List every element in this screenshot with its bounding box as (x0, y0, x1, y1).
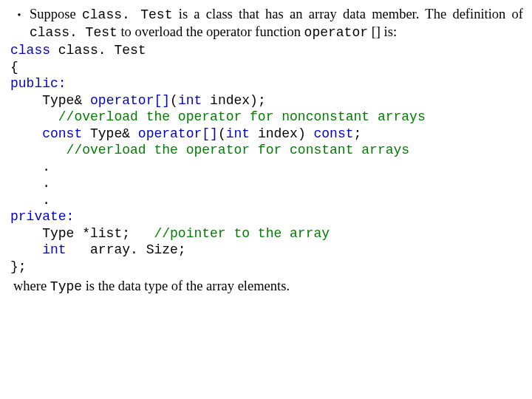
code-text: ( (218, 126, 226, 141)
text-seg: to overload the operator function (117, 24, 304, 39)
code-text: Type *list; (10, 226, 154, 241)
inline-code: Type (50, 279, 82, 294)
code-text: ( (170, 93, 178, 108)
comment: //overload the operator for constant arr… (10, 143, 409, 157)
text-seg: Suppose (30, 7, 82, 21)
code-text: array. Size; (66, 242, 186, 257)
text-seg: is a class that has an array data member… (172, 7, 523, 21)
code-text: Type& (10, 93, 90, 108)
kw-private: private: (10, 209, 74, 224)
kw-public: public: (10, 76, 66, 91)
code-text: index) (250, 126, 313, 141)
comment: //pointer to the array (154, 226, 330, 241)
code-text: Type& (82, 126, 138, 141)
kw-const: const (10, 126, 82, 141)
code-text: . (10, 193, 50, 208)
bullet-item: • Suppose class. Test is a class that ha… (9, 6, 523, 41)
footer-text: where Type is the data type of the array… (13, 278, 523, 296)
kw-class: class (10, 43, 50, 58)
code-text: }; (10, 259, 27, 274)
inline-code: class. Test (30, 25, 117, 40)
inline-code: class. Test (82, 7, 172, 22)
inline-code: operator (304, 25, 368, 40)
code-text: ; (354, 126, 362, 141)
kw-operator: operator[] (138, 126, 218, 141)
comment: //overload the operator for nonconstant … (10, 109, 426, 124)
code-text: . (10, 160, 50, 174)
code-text: class. Test (50, 43, 146, 58)
kw-int: int (178, 93, 202, 108)
code-text: { (10, 60, 18, 75)
code-block: class class. Test { public: Type& operat… (10, 42, 523, 275)
code-text: index); (202, 93, 265, 108)
text-seg: [] is: (368, 24, 397, 39)
kw-int: int (226, 126, 250, 141)
bullet-text: Suppose class. Test is a class that has … (30, 6, 523, 41)
kw-operator: operator[] (90, 93, 170, 108)
text-seg: where (13, 279, 50, 293)
kw-int: int (10, 242, 66, 257)
code-text: . (10, 176, 50, 191)
kw-const: const (314, 126, 354, 141)
text-seg: is the data type of the array elements. (82, 279, 290, 293)
bullet-glyph: • (9, 6, 30, 41)
